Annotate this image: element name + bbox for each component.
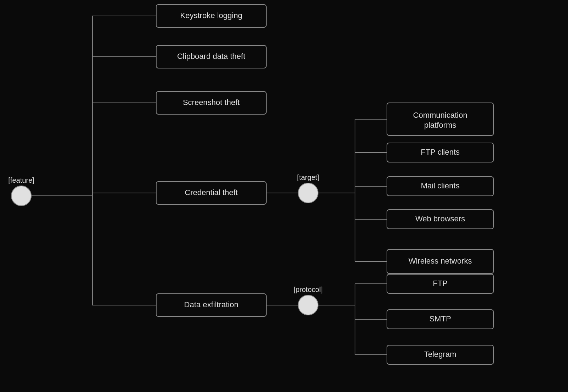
protocol-label: [protocol] — [294, 286, 323, 293]
smtp-label: SMTP — [429, 314, 451, 323]
screenshot-label: Screenshot theft — [183, 98, 240, 107]
root-node — [11, 186, 31, 206]
comm-label-line1: Communication — [413, 111, 468, 120]
mail-label: Mail clients — [421, 181, 460, 190]
wireless-label: Wireless networks — [409, 256, 472, 265]
browsers-label: Web browsers — [415, 214, 465, 223]
ftp-clients-label: FTP clients — [421, 148, 460, 156]
target-label: [target] — [297, 173, 319, 181]
protocol-node — [298, 295, 318, 315]
ftp-label: FTP — [433, 279, 448, 288]
telegram-label: Telegram — [424, 350, 456, 359]
credential-label: Credential theft — [185, 188, 237, 197]
clipboard-label: Clipboard data theft — [177, 52, 245, 61]
feature-diagram: [feature] Keystroke logging Clipboard da… — [0, 0, 568, 392]
diagram-canvas: [feature] Keystroke logging Clipboard da… — [0, 0, 568, 392]
keystroke-label: Keystroke logging — [180, 11, 242, 20]
exfiltration-label: Data exfiltration — [184, 300, 239, 309]
root-label: [feature] — [8, 176, 34, 184]
target-node — [298, 183, 318, 203]
comm-label-line2: platforms — [424, 121, 456, 129]
